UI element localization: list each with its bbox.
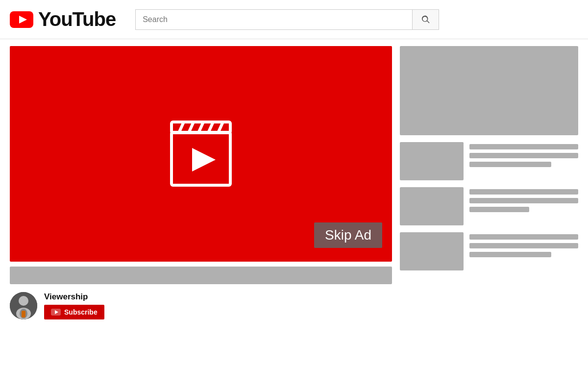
text-line (469, 153, 578, 158)
text-line (469, 234, 578, 240)
header: YouTube (0, 0, 588, 39)
text-line (469, 207, 529, 212)
right-column (400, 46, 578, 384)
text-line (469, 252, 551, 257)
youtube-logo-icon (10, 11, 33, 28)
related-thumb (400, 187, 464, 225)
left-column: Skip Ad Viewership (10, 46, 392, 384)
video-player[interactable]: Skip Ad (10, 46, 392, 262)
skip-ad-button[interactable]: Skip Ad (314, 222, 382, 248)
text-line (469, 144, 578, 149)
text-line (469, 243, 578, 248)
logo-area: YouTube (10, 8, 116, 30)
channel-info: Viewership Subscribe (10, 289, 392, 322)
related-text (469, 232, 578, 257)
youtube-subscribe-icon (51, 309, 61, 316)
related-thumb (400, 232, 464, 270)
text-line (469, 162, 551, 167)
search-button[interactable] (412, 10, 439, 29)
video-progress-bar[interactable] (10, 267, 392, 284)
related-item (400, 142, 578, 180)
search-input[interactable] (136, 10, 412, 29)
search-icon (421, 15, 431, 24)
related-thumb (400, 142, 464, 180)
youtube-title: YouTube (38, 8, 116, 30)
film-clapper-icon (162, 115, 240, 193)
channel-name: Viewership (44, 292, 104, 302)
avatar-image (10, 292, 37, 319)
text-line (469, 189, 578, 195)
related-item (400, 187, 578, 225)
channel-avatar (10, 292, 37, 319)
channel-details: Viewership Subscribe (44, 292, 104, 319)
svg-rect-14 (22, 311, 25, 318)
search-area (135, 9, 439, 30)
related-videos-list (400, 142, 578, 270)
text-line (469, 198, 578, 203)
svg-point-11 (19, 296, 28, 306)
main-content: Skip Ad Viewership (0, 39, 588, 391)
related-item (400, 232, 578, 270)
related-text (469, 187, 578, 212)
subscribe-label: Subscribe (64, 308, 98, 316)
sidebar-ad-banner (400, 46, 578, 135)
svg-marker-9 (192, 148, 216, 171)
subscribe-button[interactable]: Subscribe (44, 305, 104, 319)
related-text (469, 142, 578, 167)
